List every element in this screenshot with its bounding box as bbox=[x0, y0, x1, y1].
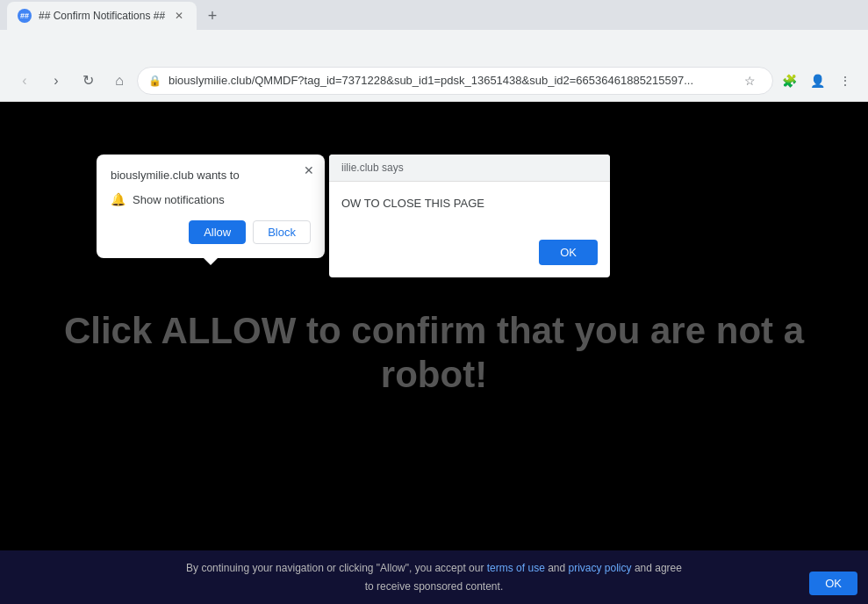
notification-row: 🔔 Show notifications bbox=[111, 192, 311, 206]
tab-favicon: ## bbox=[18, 9, 32, 23]
reload-button[interactable]: ↻ bbox=[74, 67, 102, 95]
privacy-link[interactable]: privacy policy bbox=[569, 562, 632, 574]
title-bar: ## ## Confirm Notifications ## ✕ + — □ ✕ bbox=[0, 0, 868, 30]
browser-tab[interactable]: ## ## Confirm Notifications ## ✕ bbox=[7, 2, 197, 30]
omnibox[interactable]: 🔒 biouslymilie.club/QMMDF?tag_id=7371228… bbox=[137, 67, 773, 95]
bookmark-button[interactable]: ☆ bbox=[737, 68, 762, 93]
bell-icon: 🔔 bbox=[111, 192, 126, 206]
show-notifications-label: Show notifications bbox=[133, 193, 225, 206]
site-dialog-message: OW TO CLOSE THIS PAGE bbox=[341, 196, 598, 212]
page-content: Click ALLOW to confirm that you are not … bbox=[0, 102, 868, 604]
bottom-notice-text: By continuing your navigation or clickin… bbox=[35, 559, 833, 595]
url-text: biouslymilie.club/QMMDF?tag_id=7371228&s… bbox=[169, 74, 730, 87]
home-button[interactable]: ⌂ bbox=[105, 67, 133, 95]
extensions-button[interactable]: 🧩 bbox=[777, 68, 801, 93]
terms-link[interactable]: terms of use bbox=[487, 562, 545, 574]
site-dialog-body: OW TO CLOSE THIS PAGE bbox=[329, 182, 610, 240]
bottom-and-text: and bbox=[548, 562, 568, 574]
notification-actions: Allow Block bbox=[111, 220, 311, 244]
site-dialog-ok-button[interactable]: OK bbox=[539, 240, 598, 265]
site-dialog-footer: OK bbox=[329, 240, 610, 277]
main-robot-text: Click ALLOW to confirm that you are not … bbox=[0, 309, 868, 398]
profile-button[interactable]: 👤 bbox=[805, 68, 829, 93]
site-dialog: iilie.club says OW TO CLOSE THIS PAGE OK bbox=[329, 155, 610, 277]
tab-title: ## Confirm Notifications ## bbox=[39, 10, 165, 22]
allow-button[interactable]: Allow bbox=[189, 220, 246, 244]
omnibox-right: ☆ bbox=[737, 68, 762, 93]
back-button[interactable]: ‹ bbox=[11, 67, 39, 95]
block-button[interactable]: Block bbox=[253, 220, 311, 244]
bottom-notice-prefix: By continuing your navigation or clickin… bbox=[186, 562, 484, 574]
notification-close-button[interactable]: ✕ bbox=[300, 162, 318, 179]
bottom-notice-bar: By continuing your navigation or clickin… bbox=[0, 550, 868, 604]
browser-frame: ## ## Confirm Notifications ## ✕ + — □ ✕… bbox=[0, 0, 868, 604]
notification-popup-title: biouslymilie.club wants to bbox=[111, 169, 311, 182]
bottom-ok-button[interactable]: OK bbox=[809, 572, 857, 595]
forward-button[interactable]: › bbox=[42, 67, 70, 95]
tab-close-button[interactable]: ✕ bbox=[172, 9, 186, 23]
site-dialog-header: iilie.club says bbox=[329, 155, 610, 182]
notification-popup: ✕ biouslymilie.club wants to 🔔 Show noti… bbox=[97, 155, 325, 258]
new-tab-button[interactable]: + bbox=[200, 4, 225, 28]
address-bar: ‹ › ↻ ⌂ 🔒 biouslymilie.club/QMMDF?tag_id… bbox=[0, 60, 868, 102]
lock-icon: 🔒 bbox=[148, 75, 161, 87]
menu-button[interactable]: ⋮ bbox=[833, 68, 857, 93]
